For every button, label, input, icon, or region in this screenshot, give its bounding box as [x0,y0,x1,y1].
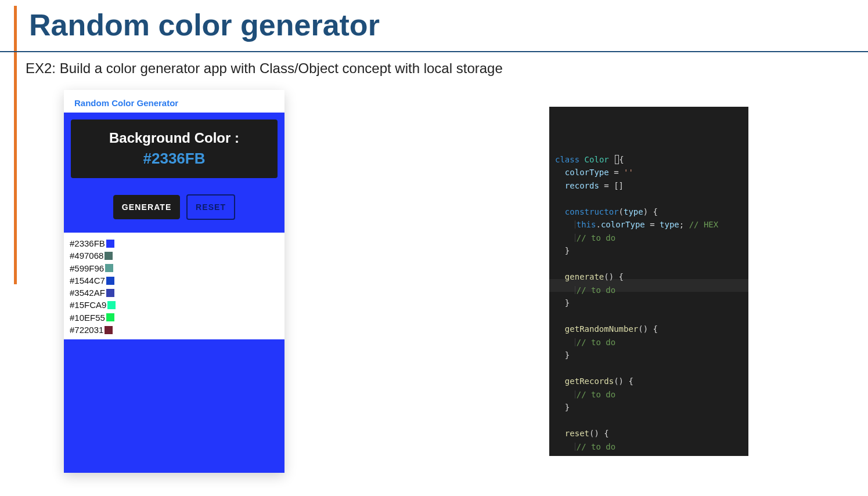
record-row: #497068 [70,249,279,262]
record-hex: #3542AF [70,287,105,299]
accent-bar [14,6,17,284]
record-swatch [106,277,114,285]
record-hex: #1544C7 [70,274,105,287]
record-hex: #10EF55 [70,312,105,324]
record-hex: #497068 [70,249,103,262]
record-swatch [105,252,113,260]
record-row: #722031 [70,324,279,336]
color-label-box: Background Color : #2336FB [71,120,278,178]
records-list: #2336FB#497068#599F96#1544C7#3542AF#15FC… [64,233,284,339]
app-canvas: Background Color : #2336FB GENERATE RESE… [64,113,284,233]
record-row: #3542AF [70,287,279,299]
record-row: #15FCA9 [70,299,279,311]
record-row: #2336FB [70,237,279,249]
app-footer-canvas [64,339,284,473]
record-row: #1544C7 [70,274,279,287]
color-label-title: Background Color : [77,130,272,146]
record-swatch [106,313,114,321]
app-card: Random Color Generator Background Color … [64,90,284,473]
record-swatch [106,289,114,297]
record-hex: #722031 [70,324,103,336]
code-block: class Color { colorType = '' records = [… [549,107,748,456]
record-hex: #599F96 [70,262,104,274]
title-underline [0,51,868,52]
record-row: #599F96 [70,262,279,274]
record-swatch [106,240,114,248]
record-swatch [105,326,113,334]
record-hex: #2336FB [70,237,105,249]
record-swatch [105,264,113,272]
record-hex: #15FCA9 [70,299,106,311]
page-subtitle: EX2: Build a color generator app with Cl… [26,60,503,77]
record-row: #10EF55 [70,312,279,324]
page-title: Random color generator [29,7,380,43]
record-swatch [107,301,116,309]
generate-button[interactable]: GENERATE [113,195,181,219]
button-row: GENERATE RESET [71,178,278,226]
reset-button[interactable]: RESET [186,194,235,220]
color-label-hex: #2336FB [77,150,272,168]
app-header: Random Color Generator [64,90,284,113]
